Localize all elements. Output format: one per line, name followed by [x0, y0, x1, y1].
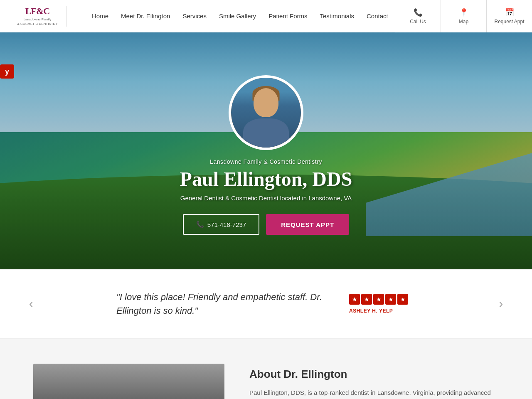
hero-buttons: 📞 571-418-7237 REQUEST APPT [183, 214, 350, 235]
nav-services[interactable]: Services [182, 12, 207, 20]
appt-button-label: REQUEST APPT [281, 221, 334, 228]
logo-initials: LF&C [25, 6, 49, 17]
nav-contact[interactable]: Contact [367, 12, 388, 20]
author-name: ASHLEY H. [349, 308, 379, 314]
about-img-bg [33, 364, 224, 399]
logo-area: LF&C Lansdowne Family & COSMETIC DENTIST… [17, 2, 75, 31]
logo-divider [66, 6, 67, 27]
logo-text: Lansdowne Family & COSMETIC DENTISTRY [17, 17, 57, 26]
about-text: Paul Ellington, DDS, is a top-ranked den… [249, 387, 499, 399]
doctor-photo [229, 75, 303, 150]
about-section: About Dr. Ellington Paul Ellington, DDS,… [0, 339, 532, 399]
testimonial-quote: "I love this place! Friendly and empathe… [116, 290, 324, 318]
hero-subtitle: Lansdowne Family & Cosmetic Dentistry [210, 158, 322, 165]
yelp-badge[interactable]: y [0, 64, 14, 79]
about-content: About Dr. Ellington Paul Ellington, DDS,… [249, 364, 499, 399]
btn-phone-number: 571-418-7237 [207, 221, 246, 228]
doctor-silhouette [231, 78, 301, 148]
testimonial-content: "I love this place! Friendly and empathe… [116, 290, 416, 318]
map-label: Map [459, 19, 468, 25]
hero-content: Lansdowne Family & Cosmetic Dentistry Pa… [0, 32, 532, 269]
testimonial-next[interactable]: › [495, 293, 507, 315]
star-1: ★ [349, 294, 360, 305]
map-icon: 📍 [459, 8, 468, 17]
yelp-icon: y [5, 67, 9, 76]
call-us-button[interactable]: 📞 Call Us [395, 0, 441, 32]
doctor-body [243, 118, 289, 148]
btn-phone-icon: 📞 [196, 221, 204, 228]
testimonial-prev[interactable]: ‹ [25, 293, 37, 315]
star-2: ★ [361, 294, 372, 305]
logo[interactable]: LF&C Lansdowne Family & COSMETIC DENTIST… [17, 2, 58, 31]
calendar-icon: 📅 [505, 8, 514, 17]
hero-title: Paul Ellington, DDS [180, 167, 352, 190]
appt-button[interactable]: REQUEST APPT [266, 214, 349, 235]
testimonial-meta: ★ ★ ★ ★ ★ ASHLEY H. YELP [349, 294, 416, 314]
testimonial-author: ASHLEY H. YELP [349, 308, 393, 314]
phone-button[interactable]: 📞 571-418-7237 [183, 214, 259, 235]
main-nav: Home Meet Dr. Ellington Services Smile G… [92, 12, 388, 20]
hero-section: Lansdowne Family & Cosmetic Dentistry Pa… [0, 32, 532, 269]
star-4: ★ [385, 294, 396, 305]
author-source: YELP [379, 308, 393, 314]
doctor-head [254, 88, 278, 117]
about-image [33, 364, 224, 399]
nav-testimonials[interactable]: Testimonials [320, 12, 355, 20]
nav-smile[interactable]: Smile Gallery [219, 12, 256, 20]
top-actions: 📞 Call Us 📍 Map 📅 Request Appt [395, 0, 532, 32]
request-appt-label: Request Appt [494, 19, 524, 25]
header: LF&C Lansdowne Family & COSMETIC DENTIST… [0, 0, 532, 32]
request-appt-button[interactable]: 📅 Request Appt [486, 0, 532, 32]
star-5: ★ [397, 294, 408, 305]
phone-icon: 📞 [414, 8, 423, 17]
star-3: ★ [373, 294, 384, 305]
nav-meet[interactable]: Meet Dr. Ellington [121, 12, 170, 20]
testimonial-section: ‹ "I love this place! Friendly and empat… [0, 269, 532, 339]
call-us-label: Call Us [410, 19, 426, 25]
star-rating: ★ ★ ★ ★ ★ [349, 294, 408, 305]
hero-description: General Dentist & Cosmetic Dentist locat… [180, 195, 352, 202]
nav-home[interactable]: Home [92, 12, 108, 20]
about-title: About Dr. Ellington [249, 368, 499, 381]
nav-forms[interactable]: Patient Forms [268, 12, 307, 20]
map-button[interactable]: 📍 Map [441, 0, 486, 32]
